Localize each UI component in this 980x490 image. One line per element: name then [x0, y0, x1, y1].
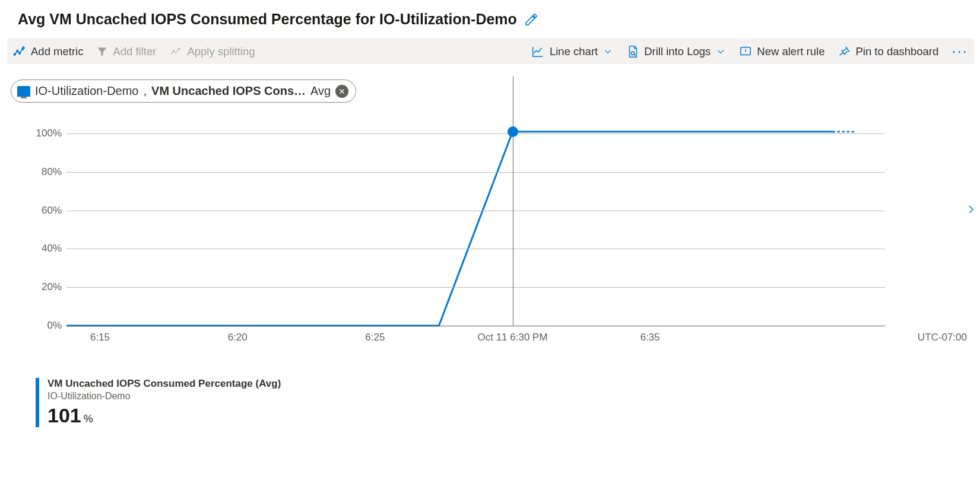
- y-axis: 0%20%40%60%80%100%: [7, 124, 65, 326]
- chart-type-dropdown[interactable]: Line chart: [531, 45, 613, 58]
- apply-splitting-button[interactable]: Apply splitting: [169, 45, 255, 58]
- vm-icon: [17, 86, 30, 97]
- x-tick-label: 6:20: [228, 332, 248, 343]
- add-metric-label: Add metric: [31, 45, 83, 58]
- legend-title: VM Uncached IOPS Consumed Percentage (Av…: [47, 378, 281, 390]
- add-filter-button[interactable]: Add filter: [96, 45, 156, 58]
- y-tick-label: 0%: [47, 320, 62, 332]
- chart-type-label: Line chart: [550, 45, 598, 58]
- add-filter-label: Add filter: [113, 45, 156, 58]
- more-button[interactable]: ···: [952, 42, 968, 61]
- svg-point-4: [173, 50, 175, 52]
- apply-splitting-label: Apply splitting: [187, 45, 255, 58]
- pin-label: Pin to dashboard: [855, 45, 938, 58]
- legend-unit: %: [84, 413, 93, 425]
- gridline: [66, 249, 885, 249]
- pill-metric: VM Uncached IOPS Cons…: [151, 84, 306, 98]
- gridline: [66, 133, 885, 134]
- pin-icon: [838, 45, 851, 58]
- new-alert-label: New alert rule: [757, 45, 824, 58]
- close-icon: [338, 88, 345, 95]
- metric-pill[interactable]: IO-Utilization-Demo, VM Uncached IOPS Co…: [11, 79, 356, 103]
- y-tick-label: 100%: [36, 128, 62, 139]
- alert-icon: [739, 45, 752, 58]
- splitting-icon: [169, 45, 182, 58]
- pill-aggregation: Avg: [310, 84, 331, 98]
- x-tick-label: Oct 11 6:30 PM: [477, 332, 547, 343]
- y-tick-label: 20%: [42, 281, 62, 293]
- chart: 0%20%40%60%80%100% 6:156:206:25Oct 11 6:…: [7, 124, 974, 427]
- add-metric-button[interactable]: Add metric: [13, 45, 83, 58]
- drill-logs-dropdown[interactable]: Drill into Logs: [626, 44, 726, 59]
- page-title: Avg VM Uncached IOPS Consumed Percentage…: [18, 11, 517, 28]
- pencil-icon: [524, 12, 538, 27]
- plot-area[interactable]: [66, 124, 885, 326]
- line-chart-icon: [531, 45, 545, 58]
- hover-marker-dot: [508, 126, 518, 137]
- gridline: [66, 211, 885, 211]
- legend-resource: IO-Utilization-Demo: [47, 391, 281, 402]
- x-axis-line: [66, 326, 885, 326]
- legend-value: 101: [47, 404, 81, 427]
- x-tick-label: 6:15: [90, 332, 110, 343]
- add-metric-icon: [13, 45, 26, 58]
- title-row: Avg VM Uncached IOPS Consumed Percentage…: [18, 11, 974, 28]
- y-tick-label: 40%: [42, 243, 62, 254]
- x-tick-label: 6:35: [640, 332, 660, 343]
- pin-button[interactable]: Pin to dashboard: [838, 45, 938, 58]
- gridline: [66, 172, 885, 173]
- x-tick-label: 6:25: [365, 332, 385, 343]
- legend: VM Uncached IOPS Consumed Percentage (Av…: [36, 378, 974, 427]
- svg-point-1: [17, 50, 18, 52]
- svg-point-6: [631, 52, 635, 55]
- chevron-down-icon: [715, 47, 726, 56]
- filter-icon: [96, 46, 108, 58]
- scroll-right-button[interactable]: [966, 201, 976, 220]
- document-search-icon: [626, 44, 639, 59]
- svg-point-0: [14, 53, 15, 55]
- new-alert-button[interactable]: New alert rule: [739, 45, 824, 58]
- svg-point-5: [179, 48, 180, 50]
- gridline: [66, 287, 885, 288]
- toolbar: Add metric Add filter Apply splitting Li…: [7, 39, 974, 64]
- metric-pill-row: IO-Utilization-Demo, VM Uncached IOPS Co…: [11, 79, 974, 103]
- chevron-right-icon: [966, 201, 976, 218]
- hover-marker-line: [513, 77, 514, 326]
- edit-title-button[interactable]: [524, 12, 538, 27]
- remove-metric-button[interactable]: [335, 85, 348, 98]
- pill-resource: IO-Utilization-Demo: [35, 84, 138, 98]
- chevron-down-icon: [602, 47, 613, 56]
- ellipsis-icon: ···: [952, 42, 968, 61]
- drill-logs-label: Drill into Logs: [644, 45, 711, 58]
- line-series: [66, 124, 885, 326]
- timezone-label: UTC-07:00: [918, 332, 967, 343]
- y-tick-label: 80%: [42, 166, 62, 178]
- y-tick-label: 60%: [42, 205, 62, 217]
- toolbar-right: Line chart Drill into Logs New alert rul…: [531, 42, 968, 61]
- legend-item[interactable]: VM Uncached IOPS Consumed Percentage (Av…: [36, 378, 281, 427]
- toolbar-left: Add metric Add filter Apply splitting: [13, 45, 255, 58]
- svg-point-2: [19, 52, 21, 54]
